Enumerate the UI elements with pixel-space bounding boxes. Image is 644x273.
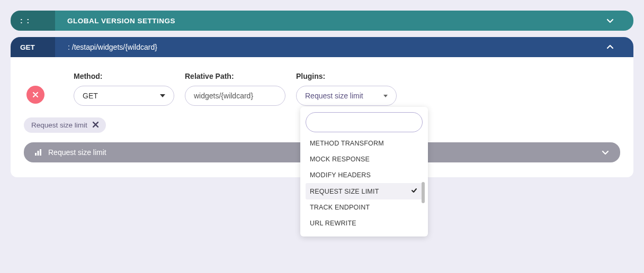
dropdown-item-url-rewrite[interactable]: URL REWRITE	[306, 215, 423, 231]
form-row: Method: GET Relative Path: Plugins: Requ…	[24, 72, 620, 106]
svg-rect-0	[35, 153, 37, 156]
method-select-value: GET	[83, 92, 98, 100]
plugins-field-group: Plugins: Request size limit	[296, 72, 397, 106]
dropdown-list: METHOD TRANSFORM MOCK RESPONSE MODIFY HE…	[306, 135, 423, 231]
path-field-group: Relative Path:	[185, 72, 285, 106]
plugin-chip-label: Request size limit	[31, 121, 87, 129]
plugins-dropdown-panel: METHOD TRANSFORM MOCK RESPONSE MODIFY HE…	[300, 107, 428, 236]
plugin-chip-remove[interactable]	[93, 121, 99, 129]
close-icon	[93, 122, 99, 128]
collapse-toggle-endpoint[interactable]	[606, 43, 614, 51]
dropdown-item-request-size-limit[interactable]: REQUEST SIZE LIMIT	[306, 183, 423, 199]
chevron-down-icon	[601, 148, 610, 157]
delete-endpoint-button[interactable]	[26, 86, 44, 104]
bar-chart-icon	[34, 149, 42, 156]
method-field-group: Method: GET	[74, 72, 174, 106]
svg-rect-2	[40, 149, 41, 156]
chevron-down-icon	[160, 94, 165, 97]
caret-down-icon	[383, 95, 388, 97]
endpoint-header[interactable]: GET : /testapi/widgets/{wildcard}	[11, 37, 633, 57]
dropdown-item-mock-response[interactable]: MOCK RESPONSE	[306, 151, 423, 167]
plugin-bar-label: Request size limit	[48, 148, 106, 157]
scrollbar-thumb[interactable]	[422, 182, 425, 203]
plugins-dropdown-value: Request size limit	[305, 92, 363, 100]
chevron-down-icon	[606, 16, 614, 25]
endpoint-method-badge: GET	[20, 43, 60, 51]
dropdown-item-method-transform[interactable]: METHOD TRANSFORM	[306, 135, 423, 151]
dropdown-item-track-endpoint[interactable]: TRACK ENDPOINT	[306, 199, 423, 215]
dropdown-search-input[interactable]	[306, 112, 423, 132]
dropdown-item-label: METHOD TRANSFORM	[310, 140, 384, 147]
method-select[interactable]: GET	[74, 86, 174, 106]
global-settings-header[interactable]: : : GLOBAL VERSION SETTINGS	[11, 11, 633, 31]
collapse-toggle-global[interactable]	[606, 16, 614, 25]
dropdown-item-label: MODIFY HEADERS	[310, 171, 371, 179]
plugins-dropdown-button[interactable]: Request size limit	[296, 86, 397, 106]
dropdown-item-label: REQUEST SIZE LIMIT	[310, 188, 379, 195]
close-icon	[33, 92, 38, 97]
path-label: Relative Path:	[185, 72, 285, 80]
svg-rect-1	[38, 151, 39, 156]
dropdown-item-modify-headers[interactable]: MODIFY HEADERS	[306, 167, 423, 183]
method-label: Method:	[74, 72, 174, 80]
check-icon	[411, 187, 417, 195]
global-title: GLOBAL VERSION SETTINGS	[67, 17, 175, 25]
plugin-chip: Request size limit	[24, 117, 106, 133]
dropdown-item-label: URL REWRITE	[310, 220, 356, 227]
plugins-label: Plugins:	[296, 72, 397, 80]
plugin-bar-toggle[interactable]	[601, 148, 610, 157]
chevron-up-icon	[606, 43, 614, 51]
relative-path-input[interactable]	[185, 86, 285, 106]
drag-handle[interactable]: : :	[20, 16, 38, 25]
endpoint-path: : /testapi/widgets/{wildcard}	[68, 43, 157, 51]
dropdown-item-label: TRACK ENDPOINT	[310, 204, 370, 211]
dropdown-item-label: MOCK RESPONSE	[310, 156, 370, 163]
